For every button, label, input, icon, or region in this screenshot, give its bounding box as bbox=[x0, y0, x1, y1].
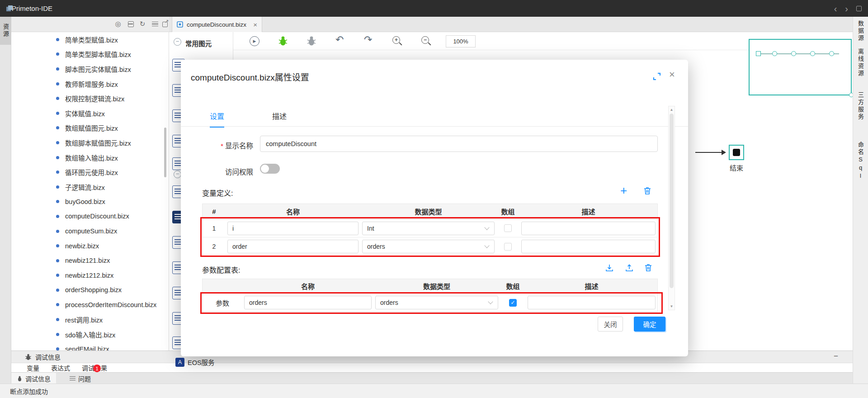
redo-icon[interactable]: ↷ bbox=[364, 35, 372, 45]
palette-collapse-icon[interactable]: − bbox=[174, 38, 181, 46]
file-bullet-icon bbox=[56, 38, 59, 41]
tree-item[interactable]: 简单类型赋值.bizx bbox=[11, 32, 169, 47]
variable-desc-input[interactable] bbox=[521, 222, 656, 235]
flow-node[interactable] bbox=[791, 51, 796, 56]
variable-array-checkbox[interactable]: ✓ bbox=[504, 224, 512, 232]
import-params-icon[interactable] bbox=[605, 263, 614, 272]
col-desc: 描述 bbox=[519, 204, 657, 219]
tree-item[interactable]: computeSum.bizx bbox=[11, 224, 169, 239]
modal-scrollbar[interactable]: ▲ ▼ bbox=[668, 106, 675, 310]
add-variable-icon[interactable]: + bbox=[620, 185, 627, 196]
tree-item[interactable]: 简单类型脚本赋值.bizx bbox=[11, 47, 169, 62]
variable-desc-input[interactable] bbox=[521, 240, 656, 253]
scroll-up-icon[interactable]: ▲ bbox=[669, 108, 675, 112]
app-logo-icon bbox=[5, 5, 14, 13]
right-rail-tab[interactable]: 命名Sql bbox=[856, 142, 865, 180]
zoom-level[interactable]: 100% bbox=[446, 35, 476, 47]
debug-bug-green-icon[interactable] bbox=[278, 35, 288, 46]
flow-node[interactable] bbox=[772, 51, 777, 56]
tree-scrollbar[interactable] bbox=[164, 128, 166, 177]
flow-start-node[interactable] bbox=[756, 51, 761, 56]
param-array-checkbox[interactable]: ✓ bbox=[509, 299, 517, 307]
tree-item[interactable]: 数组输入输出.bizx bbox=[11, 150, 169, 165]
tab-description[interactable]: 描述 bbox=[272, 110, 287, 127]
tab-settings[interactable]: 设置 bbox=[210, 110, 224, 128]
export-params-icon[interactable] bbox=[625, 263, 634, 272]
palette-collapse-icon[interactable]: − bbox=[174, 171, 181, 178]
ok-button[interactable]: 确定 bbox=[634, 317, 665, 332]
refresh-icon[interactable]: ↻ bbox=[138, 20, 146, 28]
tree-item[interactable]: rest调用.bizx bbox=[11, 312, 169, 327]
restore-window-icon[interactable] bbox=[856, 6, 862, 11]
debug-bug-gray-icon[interactable] bbox=[307, 35, 316, 46]
debug-subtab[interactable]: 表达式 bbox=[51, 363, 70, 372]
tree-item[interactable]: newbiz.bizx bbox=[11, 238, 169, 253]
locate-icon[interactable]: ◎ bbox=[114, 20, 122, 28]
delete-param-icon[interactable] bbox=[644, 263, 653, 272]
right-rail-tab[interactable]: 离线资源 bbox=[856, 48, 865, 77]
variable-type-select[interactable]: Int bbox=[362, 222, 495, 235]
tree-item[interactable]: 循环图元使用.bizx bbox=[11, 165, 169, 180]
tree-item[interactable]: processOrderItemDiscount.bizx bbox=[11, 298, 169, 313]
tab-close-icon[interactable]: × bbox=[253, 21, 257, 28]
palette-item-eos[interactable]: A EOS服务 bbox=[175, 357, 215, 367]
rail-tab-resources[interactable]: 资源 bbox=[0, 17, 11, 45]
access-permission-toggle[interactable] bbox=[260, 164, 280, 174]
variable-name-input[interactable] bbox=[227, 222, 359, 235]
tree-item[interactable]: newbiz1212.bizx bbox=[11, 268, 169, 283]
variable-type-select[interactable]: orders bbox=[362, 240, 495, 253]
run-debug-icon[interactable]: ▶ bbox=[250, 36, 259, 46]
end-node-label: 结束 bbox=[724, 163, 749, 172]
right-rail-tab[interactable]: 三方服务 bbox=[856, 92, 865, 121]
editor-tab-computeDiscount[interactable]: computeDiscount.bizx × bbox=[172, 17, 262, 32]
tree-item[interactable]: computeDiscount.bizx bbox=[11, 209, 169, 224]
export-icon[interactable]: ↗ bbox=[162, 22, 168, 27]
tree-item[interactable]: 数组赋值图元.bizx bbox=[11, 121, 169, 136]
scroll-down-icon[interactable]: ▼ bbox=[669, 304, 675, 308]
end-node[interactable] bbox=[729, 145, 744, 160]
package-icon[interactable] bbox=[128, 21, 134, 27]
flow-node[interactable] bbox=[810, 51, 815, 56]
zoom-in-icon[interactable]: + bbox=[392, 36, 400, 44]
tree-item[interactable]: buyGood.bizx bbox=[11, 194, 169, 209]
zoom-out-icon[interactable]: − bbox=[421, 36, 429, 44]
modal-close-icon[interactable]: × bbox=[669, 69, 675, 81]
tab-problems[interactable]: 问题 bbox=[64, 373, 96, 384]
tree-item[interactable]: sdo输入输出.bizx bbox=[11, 327, 169, 342]
tree-item[interactable]: 子逻辑流.bizx bbox=[11, 180, 169, 194]
tree-item-label: sdo输入输出.bizx bbox=[65, 330, 115, 339]
delete-variable-icon[interactable] bbox=[643, 186, 652, 195]
tree-item[interactable]: 权限控制逻辑流.bizx bbox=[11, 91, 169, 106]
close-button[interactable]: 关闭 bbox=[598, 317, 623, 332]
tree-item[interactable]: 教师新增服务.bizx bbox=[11, 76, 169, 91]
flow-node[interactable] bbox=[829, 51, 834, 56]
display-name-input[interactable] bbox=[260, 136, 658, 152]
params-section-title: 参数配置表: bbox=[202, 264, 240, 275]
nav-back-icon[interactable]: ‹ bbox=[834, 4, 837, 13]
tree-item[interactable]: 脚本图元实体赋值.bizx bbox=[11, 62, 169, 76]
sort-list-icon[interactable] bbox=[152, 22, 158, 27]
tree-item[interactable]: 实体赋值.bizx bbox=[11, 106, 169, 121]
param-desc-input[interactable] bbox=[528, 296, 656, 309]
tree-item[interactable]: sendEMail.bizx bbox=[11, 341, 169, 351]
scrollbar-thumb[interactable] bbox=[670, 114, 674, 288]
tree-item[interactable]: newbiz121.bizx bbox=[11, 253, 169, 268]
flow-selection-box[interactable] bbox=[749, 39, 852, 95]
tree-item[interactable]: 数组脚本赋值图元.bizx bbox=[11, 135, 169, 150]
param-type-select[interactable]: orders bbox=[375, 296, 498, 309]
tab-debug-info[interactable]: 调试信息 bbox=[11, 373, 56, 384]
variable-name-input[interactable] bbox=[227, 240, 359, 253]
properties-modal: computeDiscount.bizx属性设置 × 设置 描述 *显示名称 访… bbox=[181, 60, 688, 356]
tree-item[interactable]: orderShopping.bizx bbox=[11, 283, 169, 298]
chevron-down-icon bbox=[484, 225, 489, 230]
maximize-icon[interactable] bbox=[653, 72, 661, 81]
variable-array-checkbox[interactable]: ✓ bbox=[504, 243, 512, 251]
param-name-input[interactable] bbox=[244, 296, 372, 309]
file-bullet-icon bbox=[56, 112, 59, 115]
eos-service-label: EOS服务 bbox=[188, 357, 215, 367]
minimize-panel-icon[interactable]: − bbox=[834, 352, 838, 361]
debug-subtab[interactable]: 变量 bbox=[27, 363, 39, 372]
right-rail-tab[interactable]: 数据源 bbox=[856, 20, 865, 42]
nav-forward-icon[interactable]: › bbox=[845, 4, 848, 13]
undo-icon[interactable]: ↶ bbox=[335, 35, 344, 45]
